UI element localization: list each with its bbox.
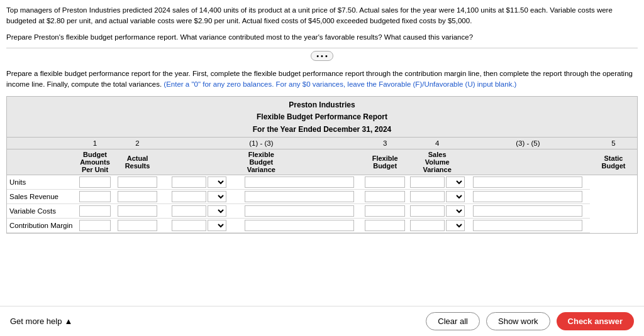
report-title: Flexible Budget Performance Report bbox=[7, 111, 637, 123]
expand-row: • • • bbox=[0, 48, 644, 63]
units-col4-input[interactable] bbox=[365, 176, 405, 188]
units-col2-cell bbox=[114, 175, 161, 189]
varcosts-var2-select[interactable]: F U bbox=[446, 205, 465, 217]
cm-col2-cell bbox=[114, 218, 161, 232]
col-numbers-row: 1 2 (1) - (3) 3 4 (3) - (5) 5 bbox=[7, 138, 637, 149]
units-col1-input[interactable] bbox=[79, 176, 111, 188]
varcosts-col3-cell bbox=[237, 203, 361, 218]
units-var2-input[interactable] bbox=[410, 176, 445, 188]
clear-all-button[interactable]: Clear all bbox=[426, 312, 480, 330]
varcosts-col5-input[interactable] bbox=[473, 205, 582, 217]
units-col3-cell bbox=[237, 175, 361, 189]
expand-button[interactable]: • • • bbox=[311, 51, 333, 61]
varcosts-col3-input[interactable] bbox=[245, 205, 354, 217]
units-col1-cell bbox=[76, 175, 114, 189]
cm-col1-input[interactable] bbox=[79, 220, 111, 231]
sales-var1-input[interactable] bbox=[172, 191, 206, 202]
units-col5-input[interactable] bbox=[473, 176, 582, 188]
contribution-margin-row: Contribution Margin F U bbox=[7, 218, 637, 232]
units-var2-select[interactable]: F U bbox=[446, 176, 465, 188]
sales-revenue-row: Sales Revenue F U bbox=[7, 189, 637, 203]
sales-col2-input[interactable] bbox=[118, 191, 158, 202]
cm-col3-cell bbox=[237, 218, 361, 232]
col-num-2: 2 bbox=[114, 138, 161, 149]
cm-col3-input[interactable] bbox=[245, 220, 354, 231]
sales-var2-input[interactable] bbox=[410, 191, 445, 202]
cm-var2-select[interactable]: F U bbox=[446, 220, 465, 231]
sales-col5-cell bbox=[466, 189, 590, 203]
sales-col1-input[interactable] bbox=[79, 191, 111, 202]
units-var1-select[interactable]: F U bbox=[208, 176, 226, 188]
lh-budget: BudgetAmountsPer Unit bbox=[76, 149, 114, 175]
check-answer-button[interactable]: Check answer bbox=[557, 312, 634, 330]
units-var1-input[interactable] bbox=[172, 176, 206, 188]
sales-col2-cell bbox=[114, 189, 161, 203]
lh-static-budget: StaticBudget bbox=[590, 149, 637, 175]
cm-col4-input[interactable] bbox=[365, 220, 405, 231]
cm-var1-select[interactable]: F U bbox=[208, 220, 226, 231]
varcosts-col1-input[interactable] bbox=[79, 205, 111, 217]
help-arrow-icon: ▲ bbox=[64, 317, 72, 326]
col-num-1: 1 bbox=[76, 138, 114, 149]
company-name: Preston Industries bbox=[7, 99, 637, 111]
sales-col3-input[interactable] bbox=[245, 191, 354, 202]
cm-col4-cell bbox=[362, 218, 409, 232]
cm-var2-input[interactable] bbox=[410, 220, 445, 231]
col-num-3: 3 bbox=[362, 138, 409, 149]
cm-var2-cell: F U bbox=[409, 218, 466, 232]
cm-col5-cell bbox=[466, 218, 590, 232]
cm-col5-input[interactable] bbox=[473, 220, 582, 231]
varcosts-col1-cell bbox=[76, 203, 114, 218]
sales-col1-cell bbox=[76, 189, 114, 203]
sales-var2-select[interactable]: F U bbox=[446, 191, 465, 202]
varcosts-col4-cell bbox=[362, 203, 409, 218]
varcosts-col2-cell bbox=[114, 203, 161, 218]
sales-var1-select[interactable]: F U bbox=[208, 191, 226, 202]
question-text: Prepare Preston's flexible budget perfor… bbox=[0, 30, 644, 48]
sales-col4-input[interactable] bbox=[365, 191, 405, 202]
lh-actual: ActualResults bbox=[114, 149, 161, 175]
units-var2-cell: F U bbox=[409, 175, 466, 189]
col-num-1-3: (1) - (3) bbox=[161, 138, 362, 149]
col-num-4: 4 bbox=[409, 138, 466, 149]
varcosts-var2-input[interactable] bbox=[410, 205, 445, 217]
lh-empty bbox=[7, 149, 76, 175]
instructions-note: (Enter a "0" for any zero balances. For … bbox=[164, 80, 516, 88]
cm-label: Contribution Margin bbox=[7, 218, 76, 232]
sales-col3-cell bbox=[237, 189, 361, 203]
instructions: Prepare a flexible budget performance re… bbox=[0, 63, 644, 94]
top-paragraph: Top managers of Preston Industries predi… bbox=[0, 0, 644, 30]
units-var1-cell: F U bbox=[161, 175, 237, 189]
header-empty bbox=[7, 138, 76, 149]
varcosts-col4-input[interactable] bbox=[365, 205, 405, 217]
show-work-button[interactable]: Show work bbox=[486, 312, 550, 330]
lh-flex-var: FlexibleBudgetVariance bbox=[161, 149, 362, 175]
sales-var1-cell: F U bbox=[161, 189, 237, 203]
get-more-help[interactable]: Get more help ▲ bbox=[10, 317, 72, 326]
varcosts-var1-select[interactable]: F U bbox=[208, 205, 226, 217]
units-col5-cell bbox=[466, 175, 590, 189]
footer-bar: Get more help ▲ Clear all Show work Chec… bbox=[0, 306, 644, 336]
cm-col1-cell bbox=[76, 218, 114, 232]
units-col4-cell bbox=[362, 175, 409, 189]
varcosts-var1-cell: F U bbox=[161, 203, 237, 218]
sales-label: Sales Revenue bbox=[7, 189, 76, 203]
sales-var2-cell: F U bbox=[409, 189, 466, 203]
report-table-container: Preston Industries Flexible Budget Perfo… bbox=[6, 96, 638, 234]
varcosts-col5-cell bbox=[466, 203, 590, 218]
varcosts-var2-cell: F U bbox=[409, 203, 466, 218]
units-col2-input[interactable] bbox=[118, 176, 158, 188]
cm-col2-input[interactable] bbox=[118, 220, 158, 231]
varcosts-label: Variable Costs bbox=[7, 203, 76, 218]
lh-flex-budget: FlexibleBudget bbox=[362, 149, 409, 175]
label-headers-row: BudgetAmountsPer Unit ActualResults Flex… bbox=[7, 149, 637, 175]
performance-table: 1 2 (1) - (3) 3 4 (3) - (5) 5 BudgetAmou… bbox=[7, 138, 637, 233]
sales-col5-input[interactable] bbox=[473, 191, 582, 202]
units-col3-input[interactable] bbox=[245, 176, 354, 188]
lh-sales-vol: SalesVolumeVariance bbox=[409, 149, 466, 175]
col-num-3-5: (3) - (5) bbox=[466, 138, 590, 149]
col-num-5: 5 bbox=[590, 138, 637, 149]
varcosts-var1-input[interactable] bbox=[172, 205, 206, 217]
cm-var1-input[interactable] bbox=[172, 220, 206, 231]
varcosts-col2-input[interactable] bbox=[118, 205, 158, 217]
